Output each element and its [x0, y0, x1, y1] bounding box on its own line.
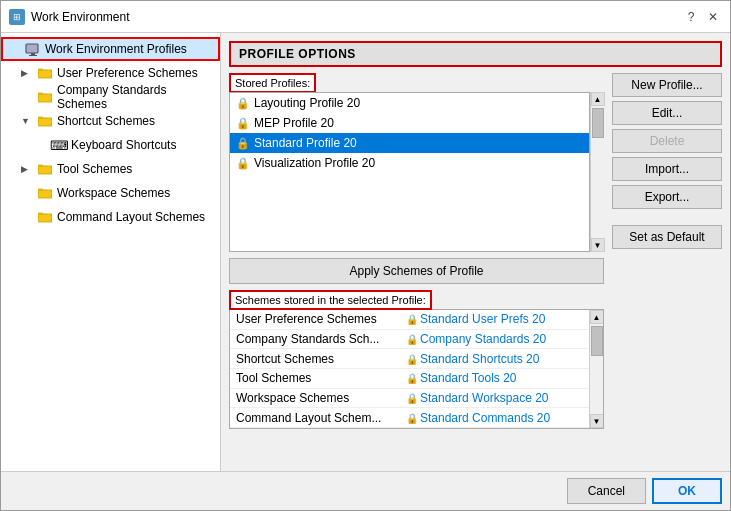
sidebar-item-company-standards-schemes[interactable]: Company Standards Schemes	[1, 85, 220, 109]
tree-icon-shortcut-schemes	[37, 113, 53, 129]
sidebar-item-user-pref-schemes[interactable]: ▶User Preference Schemes	[1, 61, 220, 85]
dialog-title: Work Environment	[31, 10, 676, 24]
set-as-default-button[interactable]: Set as Default	[612, 225, 722, 249]
svg-rect-0	[26, 44, 38, 53]
scheme-col1-4: Workspace Schemes	[230, 388, 400, 408]
schemes-table: User Preference Schemes🔒Standard User Pr…	[230, 310, 589, 428]
tree-icon-tool-schemes	[37, 161, 53, 177]
profile-item-standard-profile-20[interactable]: 🔒Standard Profile 20	[230, 133, 589, 153]
profile-item-visualization-profile-20[interactable]: 🔒Visualization Profile 20	[230, 153, 589, 173]
tree-icon-company-standards-schemes	[37, 89, 53, 105]
schemes-scroll-down[interactable]: ▼	[590, 414, 604, 428]
close-button[interactable]: ✕	[704, 8, 722, 26]
sidebar-label-user-pref-schemes: User Preference Schemes	[57, 66, 198, 80]
scheme-col2-3: 🔒Standard Tools 20	[400, 368, 589, 388]
sidebar-label-company-standards-schemes: Company Standards Schemes	[57, 83, 214, 111]
sidebar-item-keyboard-shortcuts[interactable]: ⌨Keyboard Shortcuts	[1, 133, 220, 157]
tree-icon-work-env-profiles	[25, 41, 41, 57]
scrollbar-thumb[interactable]	[592, 108, 604, 138]
profile-item-layouting-profile-20[interactable]: 🔒Layouting Profile 20	[230, 93, 589, 113]
dialog-body: Work Environment Profiles▶User Preferenc…	[1, 33, 730, 471]
scheme-col2-0: 🔒Standard User Prefs 20	[400, 310, 589, 329]
tree-icon-keyboard-shortcuts: ⌨	[51, 137, 67, 153]
apply-schemes-button[interactable]: Apply Schemes of Profile	[229, 258, 604, 284]
schemes-scrollbar[interactable]: ▲ ▼	[589, 310, 603, 428]
titlebar: ⊞ Work Environment ? ✕	[1, 1, 730, 33]
delete-button[interactable]: Delete	[612, 129, 722, 153]
help-button[interactable]: ?	[682, 8, 700, 26]
schemes-scroll-up[interactable]: ▲	[590, 310, 604, 324]
content-area: Stored Profiles: 🔒Layouting Profile 20🔒M…	[229, 73, 722, 463]
schemes-thumb[interactable]	[591, 326, 603, 356]
scheme-col1-5: Command Layout Schem...	[230, 408, 400, 428]
profile-icon-standard-profile-20: 🔒	[236, 137, 250, 150]
sidebar-label-workspace-schemes: Workspace Schemes	[57, 186, 170, 200]
scroll-up-arrow[interactable]: ▲	[591, 92, 605, 106]
profile-label-layouting-profile-20: Layouting Profile 20	[254, 96, 360, 110]
profile-list-scrollbar[interactable]: ▲ ▼	[590, 92, 604, 252]
new-profile-button[interactable]: New Profile...	[612, 73, 722, 97]
ok-button[interactable]: OK	[652, 478, 722, 504]
scheme-row-5[interactable]: Command Layout Schem...🔒Standard Command…	[230, 408, 589, 428]
sidebar-item-tool-schemes[interactable]: ▶Tool Schemes	[1, 157, 220, 181]
sidebar-label-shortcut-schemes: Shortcut Schemes	[57, 114, 155, 128]
scheme-col1-1: Company Standards Sch...	[230, 329, 400, 349]
action-buttons: New Profile... Edit... Delete Import... …	[612, 73, 722, 463]
schemes-label: Schemes stored in the selected Profile:	[229, 290, 432, 310]
scheme-row-1[interactable]: Company Standards Sch...🔒Company Standar…	[230, 329, 589, 349]
profile-icon-visualization-profile-20: 🔒	[236, 157, 250, 170]
schemes-table-container: User Preference Schemes🔒Standard User Pr…	[229, 309, 604, 429]
sidebar-item-shortcut-schemes[interactable]: ▼Shortcut Schemes	[1, 109, 220, 133]
bottom-bar: Cancel OK	[1, 471, 730, 510]
profile-list[interactable]: 🔒Layouting Profile 20🔒MEP Profile 20🔒Sta…	[229, 92, 590, 252]
sidebar-label-work-env-profiles: Work Environment Profiles	[45, 42, 187, 56]
sidebar-label-tool-schemes: Tool Schemes	[57, 162, 132, 176]
stored-profiles-section: Stored Profiles: 🔒Layouting Profile 20🔒M…	[229, 73, 604, 252]
scheme-row-2[interactable]: Shortcut Schemes🔒Standard Shortcuts 20	[230, 349, 589, 369]
scheme-row-0[interactable]: User Preference Schemes🔒Standard User Pr…	[230, 310, 589, 329]
tree-expand-shortcut-schemes: ▼	[21, 116, 33, 126]
scheme-col2-5: 🔒Standard Commands 20	[400, 408, 589, 428]
profile-label-visualization-profile-20: Visualization Profile 20	[254, 156, 375, 170]
titlebar-controls: ? ✕	[682, 8, 722, 26]
scroll-down-arrow[interactable]: ▼	[591, 238, 605, 252]
profile-icon-layouting-profile-20: 🔒	[236, 97, 250, 110]
left-content: Stored Profiles: 🔒Layouting Profile 20🔒M…	[229, 73, 604, 463]
edit-button[interactable]: Edit...	[612, 101, 722, 125]
svg-rect-1	[31, 53, 35, 55]
scheme-col2-4: 🔒Standard Workspace 20	[400, 388, 589, 408]
cancel-button[interactable]: Cancel	[567, 478, 646, 504]
app-icon: ⊞	[9, 9, 25, 25]
sidebar-label-command-layout-schemes: Command Layout Schemes	[57, 210, 205, 224]
tree-icon-command-layout-schemes	[37, 209, 53, 225]
scheme-col1-2: Shortcut Schemes	[230, 349, 400, 369]
work-environment-dialog: ⊞ Work Environment ? ✕ Work Environment …	[0, 0, 731, 511]
sidebar-item-work-env-profiles[interactable]: Work Environment Profiles	[1, 37, 220, 61]
right-panel: PROFILE OPTIONS Stored Profiles: 🔒Layout…	[221, 33, 730, 471]
scheme-col1-0: User Preference Schemes	[230, 310, 400, 329]
sidebar-item-command-layout-schemes[interactable]: Command Layout Schemes	[1, 205, 220, 229]
tree-expand-tool-schemes: ▶	[21, 164, 33, 174]
import-button[interactable]: Import...	[612, 157, 722, 181]
profile-item-mep-profile-20[interactable]: 🔒MEP Profile 20	[230, 113, 589, 133]
profile-label-standard-profile-20: Standard Profile 20	[254, 136, 357, 150]
profile-icon-mep-profile-20: 🔒	[236, 117, 250, 130]
stored-profiles-label: Stored Profiles:	[229, 73, 316, 93]
profile-label-mep-profile-20: MEP Profile 20	[254, 116, 334, 130]
export-button[interactable]: Export...	[612, 185, 722, 209]
sidebar-label-keyboard-shortcuts: Keyboard Shortcuts	[71, 138, 176, 152]
tree-expand-user-pref-schemes: ▶	[21, 68, 33, 78]
svg-rect-2	[29, 55, 37, 56]
schemes-section: Schemes stored in the selected Profile: …	[229, 290, 604, 429]
tree-icon-user-pref-schemes	[37, 65, 53, 81]
tree-icon-workspace-schemes	[37, 185, 53, 201]
scheme-row-3[interactable]: Tool Schemes🔒Standard Tools 20	[230, 368, 589, 388]
left-tree-panel: Work Environment Profiles▶User Preferenc…	[1, 33, 221, 471]
scheme-col1-3: Tool Schemes	[230, 368, 400, 388]
scheme-row-4[interactable]: Workspace Schemes🔒Standard Workspace 20	[230, 388, 589, 408]
sidebar-item-workspace-schemes[interactable]: Workspace Schemes	[1, 181, 220, 205]
scheme-col2-1: 🔒Company Standards 20	[400, 329, 589, 349]
profile-options-header: PROFILE OPTIONS	[229, 41, 722, 67]
scheme-col2-2: 🔒Standard Shortcuts 20	[400, 349, 589, 369]
